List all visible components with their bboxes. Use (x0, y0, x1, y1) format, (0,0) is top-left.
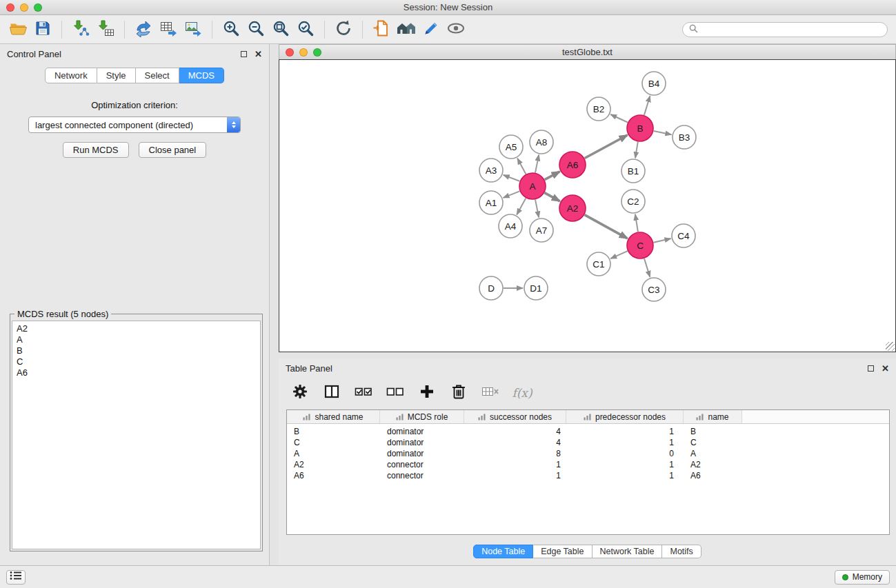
node-B4[interactable]: B4 (642, 72, 666, 95)
edge-A-A6[interactable] (545, 172, 560, 180)
run-mcds-button[interactable]: Run MCDS (63, 142, 129, 158)
column-header-shared-name[interactable]: shared name (287, 410, 380, 423)
node-B2[interactable]: B2 (587, 97, 610, 121)
node-A1[interactable]: A1 (479, 191, 503, 214)
save-session-button[interactable] (30, 17, 55, 42)
export-image-button[interactable] (181, 17, 206, 42)
window-resize-grip[interactable] (886, 342, 895, 351)
optimization-criterion-select[interactable]: largest connected component (directed) (28, 116, 241, 133)
zoom-fit-button[interactable] (268, 17, 293, 42)
node-A2[interactable]: A2 (559, 195, 586, 221)
edge-C-C4[interactable] (654, 239, 671, 243)
node-C2[interactable]: C2 (621, 190, 645, 213)
memory-button[interactable]: Memory (835, 570, 890, 585)
mcds-result-item[interactable]: A6 (12, 367, 260, 378)
edge-B-B1[interactable] (635, 142, 638, 159)
control-panel-tab-network[interactable]: Network (45, 68, 97, 83)
edge-A-A2[interactable] (545, 193, 560, 201)
function-builder-button[interactable]: f(x) (512, 383, 532, 403)
table-tab-motifs[interactable]: Motifs (662, 545, 701, 558)
zoom-out-button[interactable] (243, 17, 268, 42)
column-visibility-button[interactable] (321, 383, 342, 403)
column-header-successor-nodes[interactable]: successor nodes (464, 410, 566, 423)
mcds-result-item[interactable]: B (12, 345, 260, 356)
close-panel-button[interactable]: Close panel (139, 142, 207, 158)
node-D1[interactable]: D1 (524, 276, 548, 300)
column-header-predecessor-nodes[interactable]: predecessor nodes (566, 410, 684, 423)
task-history-button[interactable] (6, 570, 26, 585)
mcds-result-item[interactable]: A (12, 334, 260, 345)
edge-C-C2[interactable] (635, 214, 638, 232)
control-panel-tab-style[interactable]: Style (97, 68, 136, 83)
open-session-button[interactable] (6, 17, 30, 42)
zoom-selected-button[interactable] (293, 17, 318, 42)
node-C[interactable]: C (627, 232, 653, 258)
edge-A-A3[interactable] (504, 175, 520, 181)
node-A3[interactable]: A3 (479, 159, 503, 182)
zoom-window-button[interactable] (34, 3, 42, 12)
import-network-button[interactable] (68, 17, 93, 42)
table-row[interactable]: Cdominator41C (287, 437, 889, 448)
close-panel-icon-button[interactable]: ✕ (255, 50, 262, 59)
network-canvas[interactable]: B4B2BB3A8A5A6A3B1AC2A1A2A4A7C4CC1DD1C3 (279, 59, 896, 352)
float-panel-button[interactable] (241, 51, 247, 57)
edge-B-B3[interactable] (654, 131, 672, 134)
node-A8[interactable]: A8 (530, 130, 553, 154)
table-settings-button[interactable] (290, 383, 310, 403)
close-window-button[interactable] (6, 3, 14, 12)
zoom-in-button[interactable] (219, 17, 243, 42)
deselect-all-rows-button[interactable] (385, 383, 406, 403)
edge-B-B4[interactable] (644, 96, 650, 115)
apply-style-button[interactable] (419, 17, 444, 42)
search-box[interactable] (682, 22, 888, 37)
add-column-button[interactable] (417, 383, 437, 403)
edge-A-A8[interactable] (535, 155, 539, 173)
minimize-window-button[interactable] (20, 3, 28, 12)
mcds-result-item[interactable]: A2 (12, 323, 260, 334)
delete-button[interactable] (448, 383, 469, 403)
table-tab-edge-table[interactable]: Edge Table (533, 545, 592, 558)
edge-B-B2[interactable] (610, 114, 628, 123)
table-row[interactable]: Bdominator41B (287, 426, 889, 437)
node-A[interactable]: A (519, 173, 546, 199)
export-table-button[interactable] (156, 17, 181, 42)
node-A7[interactable]: A7 (530, 219, 553, 242)
edge-A-A5[interactable] (517, 159, 526, 174)
edge-A-A7[interactable] (535, 200, 539, 218)
network-close-button[interactable] (286, 48, 294, 57)
search-input[interactable] (701, 24, 881, 34)
table-row[interactable]: A2connector11A2 (287, 459, 889, 470)
edge-A6-B[interactable] (585, 135, 628, 159)
import-table-button[interactable] (93, 17, 118, 42)
open-document-button[interactable] (369, 17, 394, 42)
network-overview-button[interactable] (394, 17, 419, 42)
mcds-result-item[interactable]: C (12, 356, 260, 367)
control-panel-tab-select[interactable]: Select (136, 68, 179, 83)
network-zoom-button[interactable] (313, 48, 321, 57)
node-A6[interactable]: A6 (559, 152, 586, 178)
node-C3[interactable]: C3 (642, 278, 666, 301)
node-C4[interactable]: C4 (672, 224, 695, 247)
network-minimize-button[interactable] (299, 48, 308, 57)
close-table-panel-button[interactable]: ✕ (882, 364, 889, 373)
node-B1[interactable]: B1 (621, 159, 645, 183)
float-table-panel-button[interactable] (868, 365, 874, 372)
column-header-mcds-role[interactable]: MCDS role (380, 410, 464, 423)
table-row[interactable]: Adominator80A (287, 448, 889, 459)
control-panel-tab-mcds[interactable]: MCDS (179, 68, 224, 83)
table-tab-node-table[interactable]: Node Table (473, 545, 533, 558)
edge-C-C3[interactable] (644, 258, 650, 277)
node-B3[interactable]: B3 (673, 125, 696, 149)
node-A5[interactable]: A5 (499, 135, 523, 159)
apply-layout-button[interactable] (331, 17, 356, 42)
table-row[interactable]: A6connector11A6 (287, 470, 889, 481)
graphics-details-button[interactable] (444, 17, 468, 42)
delete-column-button[interactable] (480, 383, 501, 403)
node-D[interactable]: D (479, 276, 503, 300)
edge-C-C1[interactable] (610, 251, 628, 258)
edge-A2-C[interactable] (585, 215, 628, 239)
node-B[interactable]: B (627, 115, 653, 141)
export-network-button[interactable] (131, 17, 156, 42)
select-all-rows-button[interactable] (353, 383, 374, 403)
edge-A-A4[interactable] (517, 199, 526, 215)
